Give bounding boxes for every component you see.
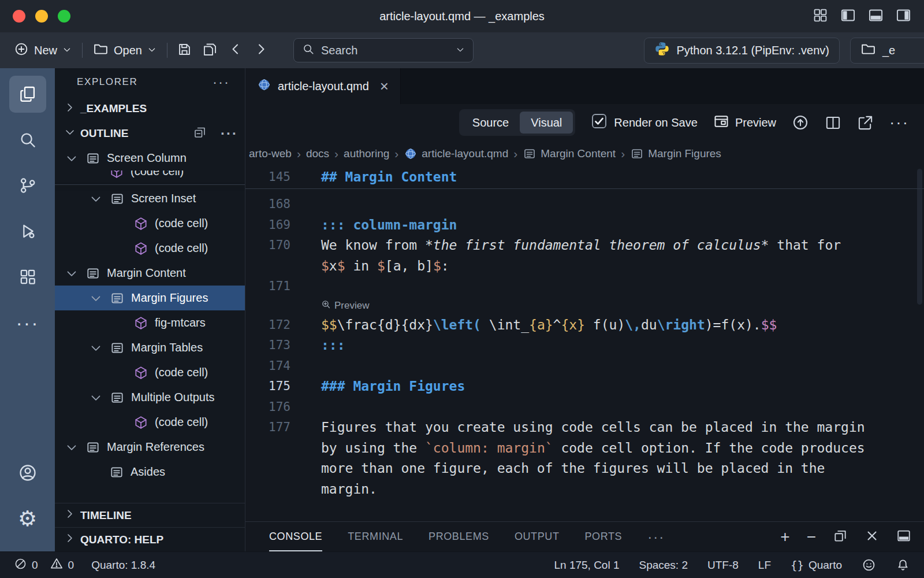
code-line[interactable]: 176	[245, 397, 924, 417]
outline-more-actions-icon[interactable]: ···	[221, 131, 238, 136]
language-mode-status[interactable]: {} Quarto	[791, 559, 842, 572]
code-line[interactable]: 169::: column-margin	[245, 214, 924, 235]
code-editor[interactable]: 145## Margin Content 168169::: column-ma…	[245, 166, 924, 521]
outline-item[interactable]: Margin Figures	[55, 286, 245, 310]
code-line[interactable]: more than one figure, each of the figure…	[245, 458, 924, 479]
sidebar-section-timeline[interactable]: TIMELINE	[55, 503, 245, 527]
breadcrumb-item[interactable]: Margin Figures	[630, 147, 721, 161]
breadcrumb-item[interactable]: authoring	[344, 147, 389, 160]
code-line[interactable]: 177Figures that you create using code ce…	[245, 417, 924, 438]
code-line[interactable]: 174	[245, 355, 924, 376]
tab-article-layout[interactable]: article-layout.qmd ×	[245, 68, 401, 104]
encoding-status[interactable]: UTF-8	[707, 559, 739, 572]
explorer-more-actions-icon[interactable]: ···	[213, 79, 230, 85]
preview-button[interactable]: Preview	[713, 113, 776, 132]
open-in-new-window-icon[interactable]	[857, 114, 874, 131]
sticky-scroll-line[interactable]: 145## Margin Content	[245, 166, 924, 189]
math-preview-codelens[interactable]: Preview	[321, 297, 924, 314]
notifications-bell-icon[interactable]	[896, 558, 910, 572]
panel-tab-output[interactable]: OUTPUT	[515, 522, 560, 551]
breadcrumb-item[interactable]: article-layout.qmd	[404, 147, 508, 161]
indentation-status[interactable]: Spaces: 2	[639, 559, 688, 572]
render-circle-arrow-icon[interactable]	[792, 114, 809, 131]
sidebar-section-outline[interactable]: OUTLINE ···	[55, 121, 245, 146]
activitybar-account-icon[interactable]	[9, 454, 46, 491]
activitybar-source-control-icon[interactable]	[9, 167, 46, 204]
outline-item[interactable]: fig-mtcars	[55, 310, 245, 335]
activitybar-search-icon[interactable]	[9, 121, 46, 158]
panel-tab-problems[interactable]: PROBLEMS	[429, 522, 489, 551]
new-button[interactable]: New	[8, 38, 77, 63]
code-line[interactable]: margin.	[245, 479, 924, 499]
eol-status[interactable]: LF	[758, 559, 771, 572]
code-line[interactable]: 173:::	[245, 335, 924, 356]
outline-item[interactable]: Margin Tables	[55, 335, 245, 360]
search-input[interactable]: Search	[293, 38, 474, 62]
outline-item[interactable]: Margin Content	[55, 261, 245, 286]
workspace-folder-button[interactable]: _e	[850, 38, 924, 64]
activitybar-extensions-icon[interactable]	[9, 258, 46, 295]
breadcrumb-item[interactable]: docs	[306, 147, 329, 160]
toggle-left-panel-icon[interactable]	[840, 8, 856, 25]
navigate-forward-button[interactable]	[248, 38, 274, 63]
save-button[interactable]	[172, 38, 198, 63]
activitybar-more-icon[interactable]: ···	[9, 304, 46, 341]
zoom-window-button[interactable]	[58, 10, 70, 23]
interpreter-selector[interactable]: Python 3.12.1 (PipEnv: .venv)	[644, 38, 840, 64]
breadcrumb-item[interactable]: arto-web	[249, 147, 292, 160]
minimize-panel-icon[interactable]: −	[807, 529, 816, 545]
sidebar-section-examples[interactable]: _EXAMPLES	[55, 96, 245, 121]
outline-item[interactable]: Margin References	[55, 435, 245, 460]
source-mode-button[interactable]: Source	[461, 112, 520, 134]
render-on-save-checkbox[interactable]: Render on Save	[591, 113, 698, 132]
navigate-back-button[interactable]	[223, 38, 248, 63]
code-line[interactable]: 171	[245, 276, 924, 297]
outline-item[interactable]: Multiple Outputs	[55, 385, 245, 410]
panel-tab-ports[interactable]: PORTS	[585, 522, 623, 551]
panel-tab-terminal[interactable]: TERMINAL	[348, 522, 403, 551]
outline-item[interactable]: (code cell)	[55, 211, 245, 236]
new-console-plus-icon[interactable]: +	[780, 529, 789, 545]
more-actions-icon[interactable]: ···	[889, 120, 909, 125]
outline-item[interactable]: (code cell)	[55, 410, 245, 435]
outline-item[interactable]: Screen Inset	[55, 186, 245, 211]
close-panel-icon[interactable]	[865, 528, 880, 546]
panel-more-icon[interactable]: ···	[647, 534, 665, 540]
collapse-all-icon[interactable]	[193, 125, 210, 142]
cursor-position-status[interactable]: Ln 175, Col 1	[554, 559, 619, 572]
outline-item[interactable]: (code cell)	[55, 171, 245, 184]
quarto-version-status[interactable]: Quarto: 1.8.4	[91, 559, 155, 572]
split-editor-icon[interactable]	[825, 114, 841, 131]
code-line[interactable]: 168	[245, 194, 924, 215]
breadcrumb-item[interactable]: Margin Content	[523, 147, 616, 161]
problems-status[interactable]: 0 0	[14, 557, 74, 573]
code-line[interactable]: by using the `column: margin` code cell …	[245, 438, 924, 458]
restore-panel-icon[interactable]	[833, 528, 848, 546]
sidebar-section-quarto-help[interactable]: QUARTO: HELP	[55, 527, 245, 551]
outline-item[interactable]: Screen Column	[55, 146, 245, 171]
activitybar-run-debug-icon[interactable]	[9, 213, 46, 250]
editor-scrollbar[interactable]	[917, 169, 922, 305]
toggle-bottom-panel-icon[interactable]	[868, 8, 884, 25]
visual-mode-button[interactable]: Visual	[520, 112, 573, 134]
feedback-smiley-icon[interactable]	[862, 558, 876, 572]
layout-grid-icon[interactable]	[813, 8, 828, 25]
activitybar-settings-gear-icon[interactable]: ⚙	[9, 500, 46, 537]
code-line[interactable]: 170We know from *the first fundamental t…	[245, 235, 924, 256]
minimize-window-button[interactable]	[35, 10, 48, 23]
code-line[interactable]: $x$ in $[a, b]$:	[245, 255, 924, 276]
close-window-button[interactable]	[13, 10, 25, 23]
code-line[interactable]: 145## Margin Content	[245, 166, 924, 187]
activitybar-explorer-icon[interactable]	[9, 76, 46, 113]
code-line[interactable]: 175### Margin Figures	[245, 376, 924, 397]
code-line[interactable]: 172$$\frac{d}{dx}\left( \int_{a}^{x} f(u…	[245, 314, 924, 335]
outline-item[interactable]: (code cell)	[55, 360, 245, 385]
outline-item[interactable]: (code cell)	[55, 236, 245, 261]
toggle-right-panel-icon[interactable]	[896, 8, 911, 25]
panel-tab-console[interactable]: CONSOLE	[269, 522, 322, 551]
close-tab-icon[interactable]: ×	[380, 79, 389, 94]
outline-item[interactable]: Asides	[55, 460, 245, 484]
panel-layout-icon[interactable]	[896, 528, 911, 546]
save-all-button[interactable]	[198, 38, 223, 63]
open-button[interactable]: Open	[87, 38, 162, 63]
